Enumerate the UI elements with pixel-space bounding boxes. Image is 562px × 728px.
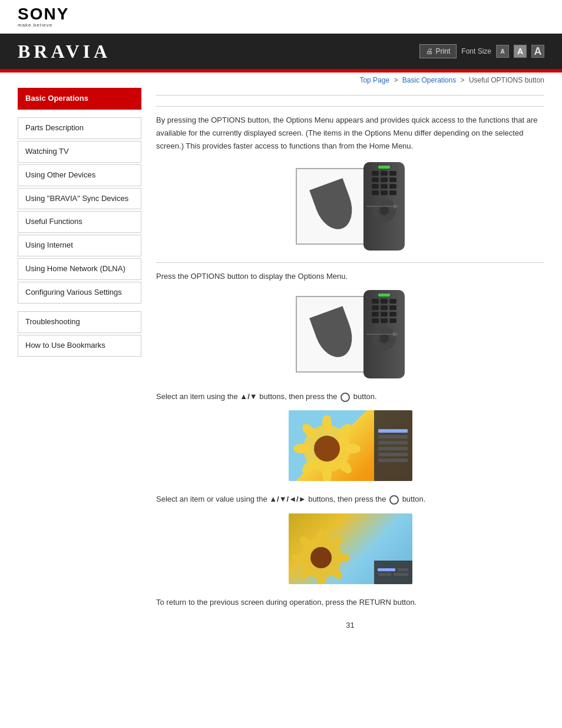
step2-prefix: Select an item using the [156,392,240,401]
illustration-2 [156,290,544,378]
breadcrumb: Top Page > Basic Operations > Useful OPT… [0,73,562,88]
font-size-label: Font Size [461,47,491,55]
sidebar-item-configuring-settings[interactable]: Configuring Various Settings [18,282,141,304]
menu-label-bar [398,568,408,571]
svg-point-4 [314,436,340,462]
step3-mid: buttons, then press the [306,495,388,503]
step2-circle-icon [340,393,350,402]
font-large-button[interactable]: A [531,45,544,58]
sidebar-item-parts-description[interactable]: Parts Description [18,117,141,139]
svg-point-11 [293,444,310,453]
svg-point-15 [317,529,325,543]
sony-text: SONY [18,6,69,22]
page-number: 31 [156,621,544,630]
options-button-curve [309,178,359,235]
menu-line-2 [378,441,408,444]
print-button[interactable]: 🖨 Print [419,44,457,58]
step4-text: To return to the previous screen during … [156,596,544,609]
font-small-button[interactable]: A [496,45,509,58]
sunflower-display-1 [289,410,412,481]
step3-suffix: button. [400,495,425,503]
sunflower-display-2 [289,513,412,584]
content-area: By pressing the OPTIONS button, the Opti… [156,88,544,630]
step3-arrows: ▲/▼/◄/► [269,495,306,503]
step1-text: Press the OPTIONS button to display the … [156,270,544,283]
sony-logo: SONY make.believe [18,6,69,28]
sunflower-image-2 [156,513,544,584]
svg-point-14 [310,547,332,568]
menu-line-4 [378,453,408,456]
remote-indicator-1 [378,166,390,169]
step2-mid: buttons, then press the [257,392,339,401]
header-controls: 🖨 Print Font Size A A A [419,44,544,58]
options-button-curve-2 [309,307,359,363]
menu-line-1 [378,435,408,439]
menu-value-bar [378,568,395,571]
sidebar-item-watching-tv[interactable]: Watching TV [18,141,141,163]
svg-marker-2 [393,332,399,337]
sidebar-item-home-network[interactable]: Using Home Network (DLNA) [18,258,141,280]
sidebar-item-bravia-sync[interactable]: Using "BRAVIA" Sync Devices [18,188,141,210]
step3-circle-icon [389,495,399,505]
svg-point-21 [292,554,306,562]
step3-prefix: Select an item or value using the [156,495,269,503]
print-icon: 🖨 [426,47,433,55]
menu-label-bar-2 [378,573,391,576]
divider-mid [156,262,544,263]
divider-top [156,95,544,95]
sidebar-item-bookmarks[interactable]: How to Use Bookmarks [18,335,141,357]
menu-line-5 [378,459,408,462]
step2-suffix: button. [351,392,376,401]
breadcrumb-current: Useful OPTIONS button [469,76,544,84]
remote-indicator-2 [378,294,390,297]
intro-text: By pressing the OPTIONS button, the Opti… [156,114,544,153]
button-box-2 [296,296,372,373]
bravia-title: BRAVIA [18,41,111,62]
step2-arrows: ▲/▼ [240,392,257,401]
font-medium-button[interactable]: A [514,45,527,58]
sidebar-item-basic-operations[interactable]: Basic Operations [18,88,141,110]
svg-point-17 [336,554,350,562]
main-layout: Basic Operations Parts Description Watch… [0,88,562,647]
bravia-header: BRAVIA 🖨 Print Font Size A A A [0,34,562,69]
remote-button-grid-2 [372,299,396,323]
step3-text: Select an item or value using the ▲/▼/◄/… [156,493,544,506]
remote-illustration-1 [296,162,405,251]
svg-point-7 [344,444,361,453]
illustration-1 [156,162,544,251]
menu-label-bar-3 [394,573,408,576]
menu-overlay-1 [374,410,412,481]
sidebar: Basic Operations Parts Description Watch… [18,88,141,630]
divider-top2 [156,106,544,107]
sidebar-item-using-other-devices[interactable]: Using Other Devices [18,164,141,186]
sidebar-item-troubleshooting[interactable]: Troubleshooting [18,311,141,333]
sidebar-item-useful-functions[interactable]: Useful Functions [18,211,141,233]
make-believe-tagline: make.believe [18,22,52,28]
button-box-1 [296,168,372,245]
svg-point-5 [322,415,332,431]
print-label: Print [436,47,451,55]
breadcrumb-sep2: > [461,76,465,84]
sunflower-image-1 [156,410,544,481]
sidebar-item-using-internet[interactable]: Using Internet [18,235,141,256]
step2-text: Select an item using the ▲/▼ buttons, th… [156,390,544,403]
breadcrumb-sep1: > [394,76,398,84]
remote-button-grid-1 [372,171,396,195]
top-bar: SONY make.believe [0,0,562,34]
remote-illustration-2 [296,290,405,378]
breadcrumb-basic-ops[interactable]: Basic Operations [402,76,456,84]
menu-overlay-2 [374,561,412,584]
breadcrumb-top-page[interactable]: Top Page [359,76,389,84]
menu-line-3 [378,447,408,450]
menu-line-highlighted [378,429,408,433]
